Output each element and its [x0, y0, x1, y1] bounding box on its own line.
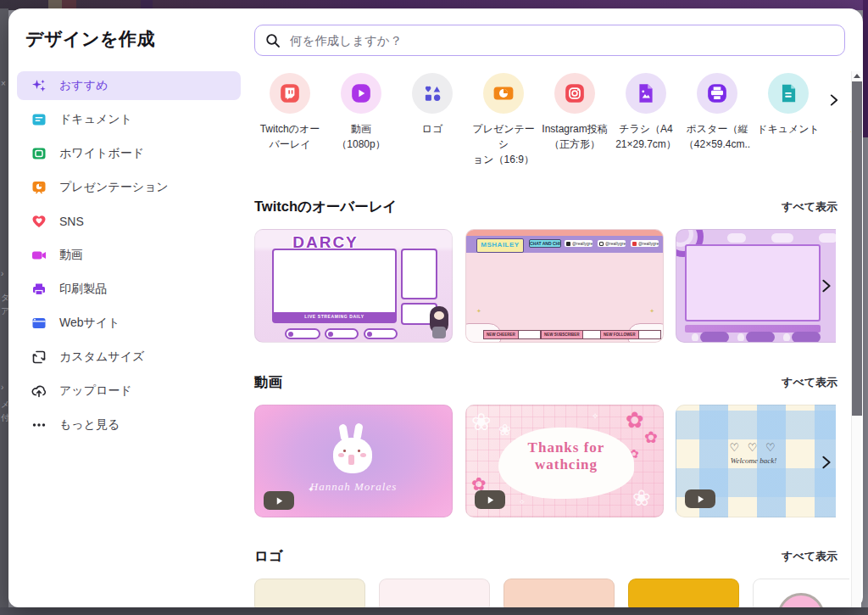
sparkle-decoration: ✦	[476, 308, 481, 315]
sparkle-decoration: ✧	[519, 499, 526, 506]
sidebar-item-documents[interactable]: ドキュメント	[17, 105, 241, 134]
backdrop-right-edge	[863, 137, 868, 607]
sidebar-item-sns[interactable]: SNS	[17, 207, 241, 236]
bunny-illustration	[358, 450, 360, 452]
alert-label-group: NEW CHEERER	[483, 330, 541, 339]
alert-label: NEW SUBSCRIBER	[541, 330, 583, 339]
quick-create-label: プレゼンテーシ ョン（16:9）	[468, 121, 539, 165]
template-thumbnail-mshailey[interactable]: MSHAILEY CHAT AND CHILL @reallygreatsite…	[465, 229, 664, 343]
quick-create-logo[interactable]: ロゴ	[397, 71, 468, 165]
template-thumbnail-welcome[interactable]: ♡ ♡ ♡ Welcome back!	[676, 405, 836, 517]
logo-thumbnails	[254, 579, 849, 607]
screen: × › タ ア › メ 付 デザインを作成 おすすめ ドキュメント	[0, 0, 868, 615]
flower-decoration: ✿	[626, 409, 644, 431]
template-thumbnail-logo[interactable]	[379, 579, 490, 607]
flower-decoration: ❀	[632, 487, 651, 509]
alert-label-group: NEW SUBSCRIBER	[541, 330, 605, 339]
backdrop-right-edge	[863, 0, 868, 137]
sidebar-item-website[interactable]: Webサイト	[17, 309, 241, 338]
quick-create-instagram-post[interactable]: Instagram投稿 （正方形）	[539, 71, 610, 165]
template-thumbnail-darcy[interactable]: DARCY LIVE STREAMING DAILY	[254, 229, 453, 343]
chibi-character	[737, 333, 744, 341]
play-button-icon	[475, 490, 505, 509]
flower-decoration: ❀	[498, 422, 511, 438]
twitch-overlay-thumbnails: DARCY LIVE STREAMING DAILY MSHAILEY CHAT…	[254, 229, 836, 343]
template-thumbnail-logo[interactable]	[254, 579, 365, 607]
quick-create-video-1080p[interactable]: 動画 （1080p）	[326, 71, 397, 165]
shapes-icon	[412, 73, 453, 114]
sidebar-item-label: ドキュメント	[59, 112, 132, 127]
sparkle-decoration: ✦	[649, 308, 654, 315]
sidebar-item-label: プレゼンテーション	[59, 180, 169, 195]
backdrop-left-edge: × › タ ア › メ 付	[0, 8, 8, 607]
youtube-icon	[632, 242, 637, 246]
quick-create-flyer-a4[interactable]: チラシ（A4 21×29.7cm）	[610, 71, 682, 165]
quick-create-document[interactable]: ドキュメント	[753, 71, 824, 165]
show-all-link[interactable]: すべて表示	[782, 549, 837, 564]
overlay-alert-pill	[364, 328, 398, 339]
backdrop-glyph: タ	[1, 294, 8, 302]
cloud-upload-icon	[31, 383, 47, 400]
modal-scrollbar[interactable]	[851, 71, 861, 607]
poster-icon	[697, 73, 737, 114]
twitch-section-next-chevron-icon[interactable]	[819, 277, 834, 294]
social-handle: @reallygreatsite	[572, 241, 593, 246]
sidebar-item-more[interactable]: もっと見る	[17, 411, 241, 439]
template-thumbnail-hannah[interactable]: ✦ Hannah Morales	[254, 405, 453, 517]
scrollbar-up-arrow-icon[interactable]	[854, 74, 860, 78]
sidebar-item-label: Webサイト	[59, 316, 120, 331]
show-all-link[interactable]: すべて表示	[782, 199, 837, 215]
search-icon	[265, 33, 281, 48]
sidebar-item-upload[interactable]: アップロード	[17, 377, 241, 405]
sidebar-item-whiteboard[interactable]: ホワイトボード	[17, 139, 241, 168]
template-thumbnail-logo[interactable]	[753, 579, 849, 607]
template-thumbnail-thanks[interactable]: ❀ ❀ ✿ ✿ ✿ ✿ ✿ ❀ ✧ ✧ Thanks for wathcing	[465, 405, 664, 517]
social-handle-pill: @reallygreatsite	[565, 240, 593, 247]
quick-create-label: Instagram投稿 （正方形）	[539, 121, 610, 152]
sidebar-item-recommended[interactable]: おすすめ	[17, 71, 241, 100]
quick-create-presentation-169[interactable]: プレゼンテーシ ョン（16:9）	[468, 71, 539, 165]
template-thumbnail-purple-overlay[interactable]	[676, 229, 836, 343]
sidebar-item-label: カスタムサイズ	[59, 349, 144, 365]
quick-create-next-chevron-icon[interactable]	[827, 93, 841, 107]
search-input[interactable]	[288, 28, 844, 53]
alert-label-group: NEW FOLLOWER	[600, 330, 661, 339]
quick-create-label: ロゴ	[397, 121, 468, 137]
document-icon	[31, 111, 47, 128]
show-all-link[interactable]: すべて表示	[782, 375, 837, 390]
quick-create-poster[interactable]: ポスター（縦 （42×59.4cm..	[682, 71, 753, 165]
backdrop-artifact	[48, 0, 62, 8]
backdrop-glyph: ›	[1, 383, 8, 392]
overlay-alert-pill	[700, 332, 729, 343]
section-title: 動画	[254, 373, 282, 392]
overlay-panel	[401, 249, 437, 299]
section-header-logo: ロゴ すべて表示	[254, 547, 837, 566]
sidebar-item-video[interactable]: 動画	[17, 241, 241, 270]
overlay-alert-pill	[792, 332, 821, 343]
overlay-banner: LIVE STREAMING DAILY	[274, 312, 395, 321]
video-thumbnails: ✦ Hannah Morales ❀ ❀ ✿ ✿ ✿ ✿ ✿ ❀ ✧ ✧ Tha…	[254, 405, 836, 518]
backdrop-glyph: ›	[1, 270, 8, 278]
search-bar[interactable]	[254, 25, 845, 56]
chibi-character	[783, 333, 790, 341]
quick-create-twitch-overlay[interactable]: Twitchのオー バーレイ	[254, 71, 326, 165]
backdrop-glyph: ア	[1, 307, 8, 316]
template-thumbnail-logo[interactable]	[628, 579, 739, 607]
quick-create-label: 動画 （1080p）	[326, 121, 397, 152]
bunny-illustration	[348, 455, 354, 465]
video-section-next-chevron-icon[interactable]	[819, 454, 834, 471]
alert-label: NEW CHEERER	[483, 330, 519, 339]
scrollbar-thumb[interactable]	[852, 81, 862, 416]
logo-circle-decoration	[777, 593, 825, 607]
overlay-tagline: CHAT AND CHILL	[529, 239, 561, 248]
sidebar-item-presentation[interactable]: プレゼンテーション	[17, 173, 241, 202]
instagram-icon	[599, 242, 604, 246]
alert-label: NEW FOLLOWER	[600, 330, 639, 339]
sidebar-item-custom-size[interactable]: カスタムサイズ	[17, 343, 241, 372]
pie-presentation-icon	[483, 73, 524, 114]
template-thumbnail-logo[interactable]	[504, 579, 615, 607]
bunny-illustration	[360, 453, 366, 457]
sidebar-item-print[interactable]: 印刷製品	[17, 275, 241, 304]
overlay-alert-pill	[746, 332, 775, 343]
ellipsis-icon	[31, 417, 47, 433]
